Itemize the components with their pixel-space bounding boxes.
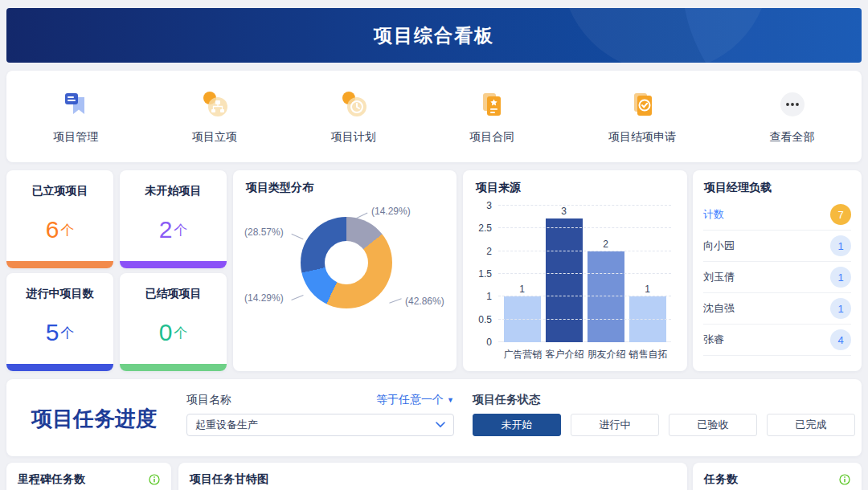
callout-line [291,295,303,300]
stat-title: 进行中项目数 [27,287,94,301]
stat-accent-bar [6,364,113,371]
nav-item-project-closure[interactable]: 项目结项申请 [608,89,676,145]
count-badge: 1 [830,267,851,288]
manager-row-count[interactable]: 计数7 [703,199,851,231]
stat-title: 未开始项目 [145,184,202,198]
bar [504,296,541,342]
gridline [498,205,671,206]
chart-title: 项目类型分布 [246,181,313,195]
nav-item-project-management[interactable]: 项目管理 [53,89,98,145]
bar-column: 1 [629,206,666,342]
stat-value: 6 [46,216,59,243]
y-tick-label: 1 [486,291,492,302]
bar [546,218,583,342]
project-contract-icon [477,89,507,123]
y-tick-label: 3 [486,200,492,211]
nav-item-project-initiation[interactable]: 项目立项 [192,89,237,145]
view-all-ellipsis-icon [777,89,808,123]
stat-card-not-started: 未开始项目 2个 [120,170,227,268]
stat-accent-bar [120,261,227,268]
info-icon[interactable] [839,474,850,485]
stat-unit: 个 [174,324,187,342]
callout-line [356,213,368,219]
y-tick-label: 2 [486,246,492,257]
project-select-value: 起重设备生产 [195,418,258,432]
manager-row: 沈自强1 [703,293,851,325]
task-progress-filter-panel: 项目任务进度 项目名称 等于任意一个▼ 起重设备生产 项目任务状态 未开始 进行… [6,379,862,456]
y-tick-label: 1.5 [478,268,492,280]
manager-row: 刘玉倩1 [703,262,851,293]
y-tick-label: 0 [486,337,492,348]
bar-column: 2 [588,206,624,342]
bar-chart: 00.511.522.53 1 3 2 1 [471,206,678,342]
nav-item-label: 项目管理 [53,130,98,145]
status-button-completed[interactable]: 已完成 [767,414,855,436]
stat-unit: 个 [174,221,187,239]
dashboard-screen: 项目综合看板 项目管理 项目立项 项目计划 项目合同 [0,0,868,490]
operator-label: 等于任意一个 [376,393,444,407]
project-source-chart-card: 项目来源 00.511.522.53 1 3 2 1 广告营销 客户介绍 朋友介… [463,170,687,371]
stat-card-initiated: 已立项项目 6个 [6,170,113,268]
quick-nav-panel: 项目管理 项目立项 项目计划 项目合同 项目结项申请 [6,71,862,162]
stat-value: 2 [159,216,173,243]
bar-value-label: 2 [603,239,608,250]
nav-item-project-contract[interactable]: 项目合同 [469,89,514,145]
task-status-label: 项目任务状态 [473,393,540,407]
stat-value: 0 [159,319,173,346]
banner: 项目综合看板 [6,8,862,63]
manager-name: 刘玉倩 [703,270,735,284]
nav-item-label: 项目结项申请 [608,130,676,145]
count-badge: 7 [830,204,851,225]
project-initiation-icon [199,89,230,123]
chart-title: 项目来源 [476,181,521,195]
banner-decor-circle [682,8,862,63]
manager-name: 张睿 [703,333,724,347]
bar-value-label: 3 [561,206,567,217]
callout-line [389,298,401,303]
gridline [498,319,671,320]
status-button-in-progress[interactable]: 进行中 [571,414,659,436]
project-management-icon [60,89,91,123]
info-icon[interactable] [149,474,160,485]
bar-column: 3 [546,206,583,342]
card-title: 里程碑任务数 [18,472,85,487]
category-label: 销售自拓 [628,348,669,361]
project-closure-icon [627,89,657,123]
nav-item-project-plan[interactable]: 项目计划 [331,89,376,145]
bar-plot: 1 3 2 1 [498,206,671,342]
nav-item-label: 查看全部 [770,130,815,145]
project-plan-icon [338,89,369,123]
manager-row: 张睿4 [703,325,851,356]
bar-value-label: 1 [645,284,650,295]
task-count-card: 任务数 [693,463,862,490]
manager-name: 计数 [703,207,724,222]
project-name-label: 项目名称 [186,393,231,407]
page-title: 项目综合看板 [374,23,494,48]
donut-callout-right-bottom: (42.86%) [405,296,444,307]
gridline [498,227,671,228]
project-type-chart-card: 项目类型分布 (28.57%) (14.29%) (14.29%) (42.86… [233,170,457,371]
gridline [498,296,671,296]
status-button-not-started[interactable]: 未开始 [473,414,561,436]
donut-hole [325,241,368,284]
count-badge: 4 [830,329,851,350]
stat-title: 已结项项目 [145,287,202,301]
stat-accent-bar [120,364,227,371]
gridline [498,273,671,274]
callout-line [291,234,303,239]
status-button-group: 未开始 进行中 已验收 已完成 [473,414,855,436]
caret-down-icon: ▼ [447,396,454,404]
manager-name: 向小园 [703,239,735,253]
stat-card-in-progress: 进行中项目数 5个 [6,273,113,371]
gantt-chart-card: 项目任务甘特图 [178,463,687,490]
bar-value-label: 1 [519,284,525,295]
stat-accent-bar [6,261,113,268]
project-name-select[interactable]: 起重设备生产 [186,414,454,436]
nav-item-label: 项目立项 [192,130,237,145]
operator-dropdown[interactable]: 等于任意一个▼ [376,393,454,407]
manager-row: 向小园1 [703,231,851,262]
count-badge: 1 [830,298,851,319]
stat-unit: 个 [60,221,74,239]
nav-item-view-all[interactable]: 查看全部 [770,89,815,145]
status-button-accepted[interactable]: 已验收 [669,414,757,436]
